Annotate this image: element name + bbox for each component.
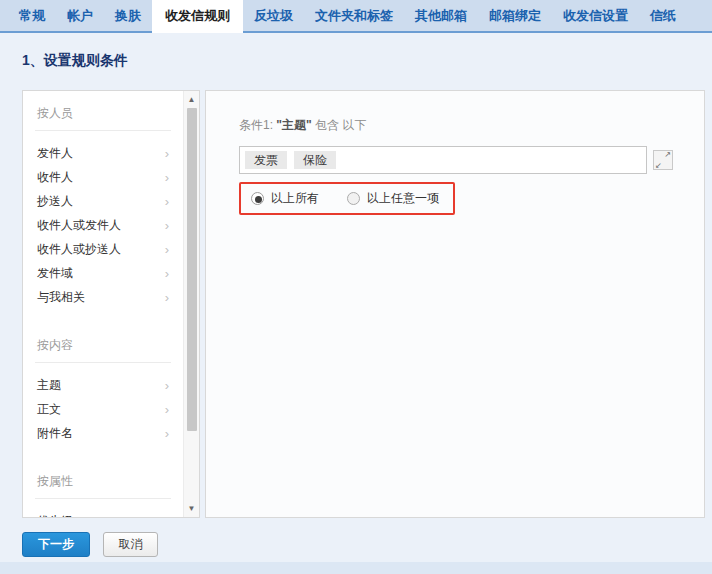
chevron-right-icon: › bbox=[165, 195, 169, 208]
sidebar-scrollbar: ▲ ▼ bbox=[183, 91, 199, 517]
sidebar-item-recipient-or-sender[interactable]: 收件人或发件人 › bbox=[23, 213, 183, 237]
keyword-tag: 发票 bbox=[245, 151, 287, 169]
tab-stationery[interactable]: 信纸 bbox=[639, 0, 687, 31]
keyword-tag: 保险 bbox=[294, 151, 336, 169]
settings-page: 常规 帐户 换肤 收发信规则 反垃圾 文件夹和标签 其他邮箱 邮箱绑定 收发信设… bbox=[0, 0, 712, 574]
keyword-input[interactable]: 发票 保险 bbox=[239, 146, 647, 174]
tab-skin[interactable]: 换肤 bbox=[104, 0, 152, 31]
sidebar-section-by-attribute: 按属性 bbox=[23, 459, 183, 498]
chevron-right-icon: › bbox=[165, 427, 169, 440]
condition-editor-panel: 条件1: "主题" 包含 以下 发票 保险 ↗ ↙ 以上所有 bbox=[205, 90, 705, 518]
chevron-right-icon: › bbox=[165, 515, 169, 518]
tab-account[interactable]: 帐户 bbox=[56, 0, 104, 31]
sidebar-item-sender-domain[interactable]: 发件域 › bbox=[23, 261, 183, 285]
chevron-right-icon: › bbox=[165, 379, 169, 392]
sidebar-item-related-to-me[interactable]: 与我相关 › bbox=[23, 285, 183, 309]
expand-icon: ↗ bbox=[664, 150, 671, 159]
condition-field: "主题" bbox=[276, 118, 311, 132]
tab-general[interactable]: 常规 bbox=[8, 0, 56, 31]
tab-anti-spam[interactable]: 反垃圾 bbox=[243, 0, 304, 31]
sidebar-item-body[interactable]: 正文 › bbox=[23, 397, 183, 421]
chevron-right-icon: › bbox=[165, 147, 169, 160]
radio-match-any[interactable]: 以上任意一项 bbox=[347, 190, 439, 207]
tab-folders-and-labels[interactable]: 文件夹和标签 bbox=[304, 0, 404, 31]
scroll-up-button[interactable]: ▲ bbox=[184, 92, 199, 107]
tab-send-receive-settings[interactable]: 收发信设置 bbox=[552, 0, 639, 31]
chevron-right-icon: › bbox=[165, 219, 169, 232]
tab-other-mailbox[interactable]: 其他邮箱 bbox=[404, 0, 478, 31]
sidebar-section-by-person: 按人员 bbox=[23, 91, 183, 130]
cancel-button[interactable]: 取消 bbox=[103, 532, 158, 557]
sidebar-item-recipient[interactable]: 收件人 › bbox=[23, 165, 183, 189]
radio-button-checked[interactable] bbox=[251, 192, 264, 205]
sidebar-item-attachment-name[interactable]: 附件名 › bbox=[23, 421, 183, 445]
scroll-down-button[interactable]: ▼ bbox=[184, 501, 199, 516]
expand-input-button[interactable]: ↗ ↙ bbox=[653, 150, 673, 170]
settings-tabbar: 常规 帐户 换肤 收发信规则 反垃圾 文件夹和标签 其他邮箱 邮箱绑定 收发信设… bbox=[0, 0, 712, 33]
tab-mailbox-binding[interactable]: 邮箱绑定 bbox=[478, 0, 552, 31]
radio-match-all[interactable]: 以上所有 bbox=[251, 190, 319, 207]
step-heading: 1、设置规则条件 bbox=[22, 52, 128, 70]
sidebar-item-sender[interactable]: 发件人 › bbox=[23, 141, 183, 165]
sidebar-item-recipient-or-cc[interactable]: 收件人或抄送人 › bbox=[23, 237, 183, 261]
chevron-right-icon: › bbox=[165, 403, 169, 416]
condition-label: 条件1: "主题" 包含 以下 bbox=[239, 117, 704, 134]
footer-strip bbox=[0, 562, 712, 574]
radio-button-unchecked[interactable] bbox=[347, 192, 360, 205]
expand-icon: ↙ bbox=[655, 161, 662, 170]
chevron-right-icon: › bbox=[165, 171, 169, 184]
sidebar-item-subject[interactable]: 主题 › bbox=[23, 373, 183, 397]
sidebar-item-priority[interactable]: 优先级 › bbox=[23, 509, 183, 517]
tab-mail-rules[interactable]: 收发信规则 bbox=[152, 0, 243, 33]
chevron-right-icon: › bbox=[165, 267, 169, 280]
scroll-thumb[interactable] bbox=[187, 108, 197, 431]
next-step-button[interactable]: 下一步 bbox=[22, 532, 90, 557]
chevron-right-icon: › bbox=[165, 291, 169, 304]
sidebar-section-by-content: 按内容 bbox=[23, 323, 183, 362]
sidebar-item-cc[interactable]: 抄送人 › bbox=[23, 189, 183, 213]
highlight-box: 以上所有 以上任意一项 bbox=[239, 182, 455, 215]
condition-category-sidebar: 按人员 发件人 › 收件人 › 抄送人 › bbox=[22, 90, 200, 518]
chevron-right-icon: › bbox=[165, 243, 169, 256]
